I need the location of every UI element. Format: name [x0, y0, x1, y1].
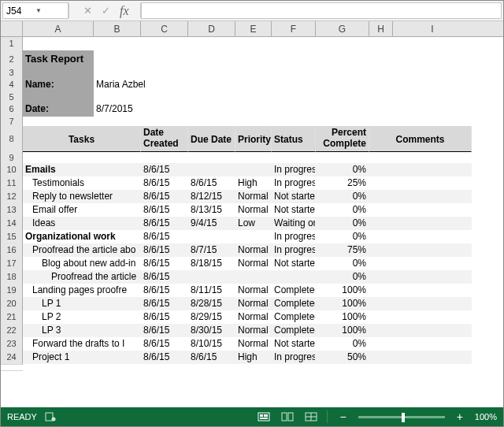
date-value-cell[interactable]: 8/7/2015 [94, 102, 141, 117]
cell-comments[interactable] [369, 190, 472, 203]
cell-priority[interactable]: High [235, 176, 272, 190]
row-header[interactable]: 15 [1, 230, 23, 244]
view-page-break-icon[interactable] [303, 410, 319, 423]
cell-task[interactable]: Organizational work [23, 230, 141, 243]
cell-status[interactable] [272, 270, 316, 284]
cell-priority[interactable]: Normal [235, 284, 272, 297]
th-date-created[interactable]: Date Created [141, 126, 188, 152]
cell-priority[interactable]: Normal [235, 337, 272, 351]
row-header[interactable]: 24 [1, 351, 23, 365]
th-due-date[interactable]: Due Date [188, 126, 235, 152]
cell-status[interactable]: Waiting on [272, 217, 316, 230]
cell-percent[interactable]: 0% [316, 203, 369, 217]
col-header-E[interactable]: E [235, 21, 272, 36]
grid-row[interactable]: 1 [1, 37, 503, 50]
cell-date-created[interactable]: 8/6/15 [141, 351, 188, 364]
cell-priority[interactable]: Normal [235, 243, 272, 257]
cell-task[interactable]: Proofread the article [23, 270, 141, 284]
cell-task[interactable]: LP 2 [23, 310, 141, 324]
cell-due-date[interactable]: 8/11/15 [188, 284, 235, 297]
cell-date-created[interactable]: 8/6/15 [141, 310, 188, 324]
cell-date-created[interactable]: 8/6/15 [141, 203, 188, 217]
formula-input[interactable] [141, 2, 502, 19]
cell-status[interactable]: Completed [272, 324, 316, 337]
row-header[interactable]: 6 [1, 102, 23, 117]
th-status[interactable]: Status [272, 126, 316, 152]
cell-status[interactable]: In progress [272, 230, 316, 243]
col-header-H[interactable]: H [369, 21, 393, 36]
th-tasks[interactable]: Tasks [23, 126, 141, 152]
cell-percent[interactable]: 0% [316, 257, 369, 270]
cell-priority[interactable]: Normal [235, 190, 272, 203]
zoom-out-button[interactable]: − [335, 411, 350, 422]
cell-status[interactable]: Completed [272, 297, 316, 310]
table-row[interactable]: 13Email offer8/6/158/13/15NormalNot star… [1, 203, 503, 217]
cell-comments[interactable] [369, 176, 472, 190]
table-row[interactable]: 22LP 38/6/158/30/15NormalCompleted100% [1, 324, 503, 337]
row-header[interactable]: 9 [1, 152, 23, 164]
table-row[interactable]: 18Proofread the article8/6/150% [1, 270, 503, 284]
cell-comments[interactable] [369, 284, 472, 297]
th-comments[interactable]: Comments [369, 126, 472, 152]
cell-task[interactable]: Project 1 [23, 351, 141, 364]
cell-status[interactable]: In progress [272, 163, 316, 176]
cell-date-created[interactable]: 8/6/15 [141, 284, 188, 297]
cell-due-date[interactable]: 8/18/15 [188, 257, 235, 270]
cell-date-created[interactable]: 8/6/15 [141, 243, 188, 257]
zoom-value[interactable]: 100% [475, 412, 497, 421]
cell-comments[interactable] [369, 270, 472, 284]
cell-priority[interactable] [235, 230, 272, 243]
cell-date-created[interactable]: 8/6/15 [141, 190, 188, 203]
cell-due-date[interactable]: 8/28/15 [188, 297, 235, 310]
view-page-layout-icon[interactable] [280, 410, 295, 423]
cell-priority[interactable]: Normal [235, 310, 272, 324]
col-header-G[interactable]: G [316, 21, 369, 36]
row-header[interactable]: 18 [1, 270, 23, 284]
row-header[interactable]: 10 [1, 163, 23, 177]
cell-priority[interactable]: Low [235, 217, 272, 230]
table-row[interactable]: 20LP 18/6/158/28/15NormalCompleted100% [1, 297, 503, 310]
cell-task[interactable]: Testimonials [23, 176, 141, 190]
cell-priority[interactable]: Normal [235, 324, 272, 337]
table-row[interactable]: 14Ideas8/6/159/4/15LowWaiting on0% [1, 217, 503, 230]
col-header-D[interactable]: D [188, 21, 235, 36]
report-title-cell[interactable]: Task Report [23, 50, 94, 68]
th-priority[interactable]: Priority [235, 126, 272, 152]
cell-due-date[interactable]: 8/7/15 [188, 243, 235, 257]
macro-record-icon[interactable] [45, 412, 56, 421]
row-header[interactable]: 20 [1, 297, 23, 311]
grid-row[interactable]: 3 [1, 68, 503, 77]
table-row[interactable]: 17Blog about new add-in8/6/158/18/15Norm… [1, 257, 503, 270]
cell-priority[interactable]: Normal [235, 203, 272, 217]
cell-due-date[interactable] [188, 163, 235, 176]
row-header[interactable]: 4 [1, 77, 23, 93]
cell-date-created[interactable]: 8/6/15 [141, 297, 188, 310]
cell-date-created[interactable]: 8/6/15 [141, 176, 188, 190]
col-header-C[interactable]: C [141, 21, 188, 36]
cell-percent[interactable]: 100% [316, 284, 369, 297]
view-normal-icon[interactable] [256, 410, 272, 423]
cell-task[interactable]: Proofread the article abo [23, 243, 141, 257]
grid-row[interactable] [1, 364, 503, 377]
cell-comments[interactable] [369, 324, 472, 337]
row-header[interactable]: 8 [1, 126, 23, 153]
row-header[interactable]: 22 [1, 324, 23, 338]
grid-row[interactable]: 4 Name: Maria Azbel [1, 77, 503, 92]
cell-due-date[interactable]: 8/12/15 [188, 190, 235, 203]
table-row[interactable]: 19Landing pages proofre8/6/158/11/15Norm… [1, 284, 503, 297]
grid-row[interactable]: 5 [1, 92, 503, 102]
table-row[interactable]: 24Project 18/6/158/6/15HighIn progress50… [1, 351, 503, 364]
cell-priority[interactable]: High [235, 351, 272, 364]
cell-task[interactable]: Blog about new add-in [23, 257, 141, 270]
cell-date-created[interactable]: 8/6/15 [141, 217, 188, 230]
zoom-slider[interactable] [358, 416, 445, 418]
cell-percent[interactable]: 0% [316, 217, 369, 230]
zoom-in-button[interactable]: + [453, 411, 467, 422]
col-header-I[interactable]: I [393, 21, 472, 36]
table-header-row[interactable]: 8 Tasks Date Created Due Date Priority S… [1, 126, 503, 152]
cell-comments[interactable] [369, 203, 472, 217]
cell-priority[interactable]: Normal [235, 257, 272, 270]
cell-percent[interactable]: 0% [316, 230, 369, 243]
cell-status[interactable]: Not started [272, 190, 316, 203]
cell-status[interactable]: Completed [272, 310, 316, 324]
